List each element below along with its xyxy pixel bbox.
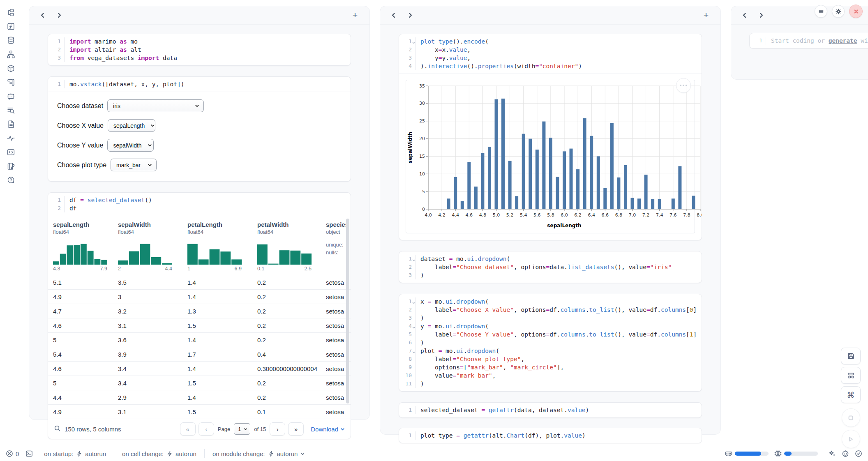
selected-dataset-cell[interactable]: 1selected_dataset = getattr(data, datase… bbox=[399, 402, 702, 418]
menu-button[interactable] bbox=[815, 5, 827, 18]
next-page-button[interactable]: › bbox=[270, 422, 285, 436]
command-icon: ⌘ bbox=[847, 390, 855, 399]
fold-chevron-icon[interactable] bbox=[412, 256, 416, 260]
on-startup-setting[interactable]: on startup: autorun bbox=[36, 450, 114, 457]
sidebar-scratchpad-icon[interactable] bbox=[7, 162, 15, 171]
on-cell-change-setting[interactable]: on cell change: autorun bbox=[114, 450, 204, 457]
save-button[interactable] bbox=[841, 348, 861, 364]
code-placeholder[interactable]: Start coding or generate with bbox=[766, 37, 868, 45]
keyboard-shortcuts-button[interactable]: ⌘ bbox=[841, 386, 861, 403]
sidebar-packages-icon[interactable] bbox=[7, 64, 15, 73]
ai-assist-button[interactable] bbox=[829, 450, 836, 457]
search-icon[interactable] bbox=[54, 425, 61, 433]
page-select[interactable]: 1 bbox=[234, 423, 250, 435]
dataset-dropdown-cell[interactable]: 1dataset = mo.ui.dropdown(2 label="Choos… bbox=[399, 251, 702, 283]
column-collapse-right-icon[interactable] bbox=[755, 9, 767, 21]
code-editor[interactable]: 1plot_type = getattr(alt.Chart(df), plot… bbox=[399, 428, 702, 443]
chatbot-button[interactable] bbox=[842, 450, 849, 457]
sidebar-file-tree-icon[interactable] bbox=[7, 8, 15, 17]
table-row[interactable]: 53.41.50.2setosa bbox=[48, 376, 351, 390]
table-cell: 1.4 bbox=[182, 337, 252, 343]
code-editor[interactable]: 1dataset = mo.ui.dropdown(2 label="Choos… bbox=[399, 251, 702, 283]
empty-code-cell[interactable]: 1 Start coding or generate with bbox=[749, 33, 868, 48]
sidebar-help-icon[interactable] bbox=[7, 176, 15, 184]
dropdown-select-choose-dataset[interactable]: iris bbox=[107, 99, 204, 112]
table-row[interactable]: 4.42.91.40.2setosa bbox=[48, 390, 351, 405]
code-editor[interactable]: 1import marimo as mo2import altair as al… bbox=[48, 34, 351, 65]
column-collapse-left-icon[interactable] bbox=[388, 9, 400, 21]
column-2-toolbar: + bbox=[380, 6, 720, 25]
sidebar-dependency-graph-icon[interactable] bbox=[7, 50, 15, 59]
dropdown-select-choose-y-value[interactable]: sepalWidth bbox=[107, 139, 154, 152]
vstack-cell[interactable]: 1mo.vstack([dataset, x, y, plot])Choose … bbox=[48, 76, 351, 182]
table-column-header[interactable]: sepalWidthfloat6424.4 bbox=[113, 221, 182, 272]
table-row[interactable]: 4.63.11.50.2setosa bbox=[48, 318, 351, 333]
xy-plot-dropdowns-cell[interactable]: 1x = mo.ui.dropdown(2 label="Choose X va… bbox=[399, 294, 702, 392]
code-text: label="Choose Y value", options=df.colum… bbox=[416, 330, 697, 339]
add-column-button[interactable]: + bbox=[349, 9, 361, 21]
code-editor[interactable]: 1df = selected_dataset()2df bbox=[48, 193, 351, 216]
errors-indicator[interactable]: 0 bbox=[6, 450, 19, 457]
column-collapse-left-icon[interactable] bbox=[37, 9, 49, 21]
generate-with-ai-link[interactable]: generate bbox=[829, 37, 857, 44]
add-column-button[interactable]: + bbox=[700, 9, 712, 21]
imports-cell[interactable]: 1import marimo as mo2import altair as al… bbox=[48, 34, 351, 66]
fold-chevron-icon[interactable] bbox=[412, 324, 416, 328]
close-button[interactable] bbox=[849, 5, 863, 18]
svg-text:6.0: 6.0 bbox=[561, 212, 568, 218]
code-editor[interactable]: 1mo.vstack([dataset, x, y, plot]) bbox=[48, 77, 351, 92]
table-column-header[interactable]: speciesobjectunique:nulls: bbox=[321, 221, 347, 272]
table-row[interactable]: 4.63.41.40.3000000000000004setosa bbox=[48, 362, 351, 376]
prev-page-button[interactable]: ‹ bbox=[199, 422, 214, 436]
stop-button[interactable] bbox=[842, 408, 860, 427]
sidebar-tracing-icon[interactable] bbox=[7, 134, 15, 143]
table-scrollbar[interactable] bbox=[346, 219, 349, 403]
sidebar-database-icon[interactable] bbox=[7, 36, 15, 45]
stat-line: unique: bbox=[326, 241, 347, 249]
on-module-change-setting[interactable]: on module change: autorun bbox=[205, 450, 313, 457]
column-collapse-right-icon[interactable] bbox=[404, 9, 416, 21]
dataframe-cell[interactable]: 1df = selected_dataset()2dfsepalLengthfl… bbox=[48, 192, 351, 439]
layout-button[interactable] bbox=[841, 367, 861, 384]
table-row[interactable]: 4.73.21.30.2setosa bbox=[48, 304, 351, 318]
sidebar-chatbot-icon[interactable] bbox=[7, 92, 15, 101]
table-row[interactable]: 4.93.11.50.1setosa bbox=[48, 405, 351, 419]
table-row[interactable]: 5.13.51.40.2setosa bbox=[48, 275, 351, 290]
column-collapse-right-icon[interactable] bbox=[53, 9, 65, 21]
table-column-header[interactable]: petalLengthfloat6416.9 bbox=[182, 221, 252, 272]
fold-chevron-icon[interactable] bbox=[412, 348, 416, 353]
table-row[interactable]: 4.931.40.2setosa bbox=[48, 290, 351, 304]
table-row[interactable]: 5.43.91.70.4setosa bbox=[48, 347, 351, 362]
column-collapse-left-icon[interactable] bbox=[739, 9, 751, 21]
sidebar-logs-icon[interactable] bbox=[7, 106, 15, 115]
chart-menu-button[interactable] bbox=[676, 78, 691, 93]
first-page-button[interactable]: « bbox=[180, 422, 196, 436]
terminal-button[interactable] bbox=[25, 450, 33, 457]
last-page-button[interactable]: » bbox=[288, 422, 304, 436]
table-row[interactable]: 53.61.40.2setosa bbox=[48, 333, 351, 347]
code-editor[interactable]: 1plot_type().encode(2 x=x.value,3 y=y.va… bbox=[399, 34, 702, 74]
line-number: 2 bbox=[48, 204, 65, 212]
plot-cell[interactable]: 1plot_type().encode(2 x=x.value,3 y=y.va… bbox=[399, 34, 702, 240]
settings-gear-button[interactable] bbox=[832, 5, 845, 18]
fold-chevron-icon[interactable] bbox=[412, 299, 416, 303]
table-column-header[interactable]: sepalLengthfloat644.37.9 bbox=[48, 221, 113, 272]
sidebar-snippets-icon[interactable] bbox=[7, 148, 15, 157]
column-histogram bbox=[53, 240, 113, 265]
dropdown-select-choose-plot-type[interactable]: mark_bar bbox=[111, 159, 157, 171]
download-button[interactable]: Download bbox=[311, 426, 345, 433]
dropdown-select-choose-x-value[interactable]: sepalLength bbox=[108, 119, 155, 132]
line-number: 9 bbox=[399, 363, 416, 371]
fold-chevron-icon[interactable] bbox=[412, 39, 416, 43]
connection-status-button[interactable] bbox=[855, 450, 862, 457]
svg-text:sepalWidth: sepalWidth bbox=[407, 132, 413, 163]
table-column-header[interactable]: petalWidthfloat640.12.5 bbox=[252, 221, 321, 272]
code-line: 1plot_type().encode( bbox=[399, 37, 702, 46]
run-all-button[interactable] bbox=[842, 430, 860, 448]
code-editor[interactable]: 1selected_dataset = getattr(data, datase… bbox=[399, 403, 702, 417]
sidebar-functions-icon[interactable] bbox=[7, 22, 15, 31]
code-editor[interactable]: 1x = mo.ui.dropdown(2 label="Choose X va… bbox=[399, 294, 702, 391]
plot-type-cell[interactable]: 1plot_type = getattr(alt.Chart(df), plot… bbox=[399, 428, 702, 443]
sidebar-documentation-icon[interactable] bbox=[7, 120, 15, 129]
sidebar-scroll-icon[interactable] bbox=[7, 78, 15, 87]
